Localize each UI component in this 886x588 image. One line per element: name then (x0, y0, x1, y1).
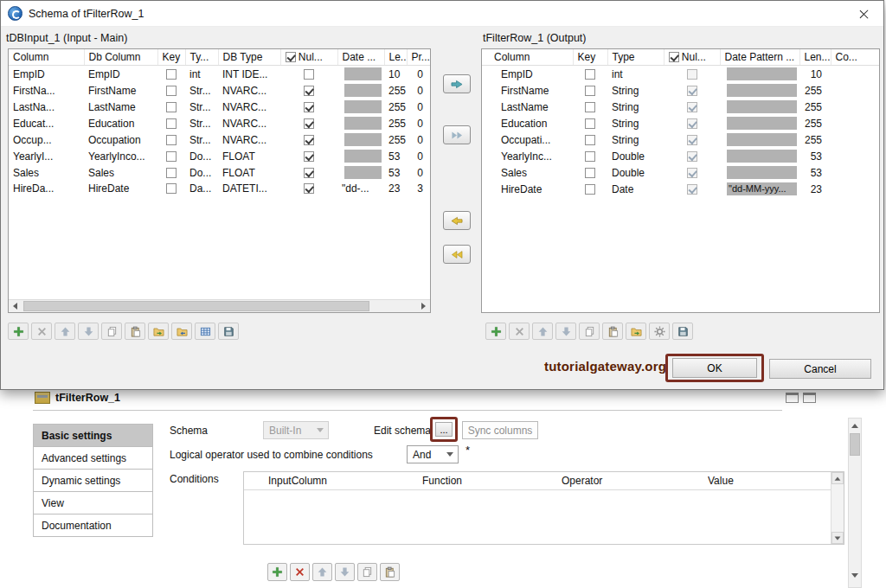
input-schema-row[interactable]: LastNa...LastNameStr...NVARC...2550 (9, 99, 431, 115)
add-button[interactable] (485, 323, 506, 340)
cell-precision[interactable]: 0 (407, 99, 431, 115)
conditions-table[interactable]: InputColumnFunctionOperatorValue (243, 471, 844, 545)
paste-button[interactable] (125, 323, 145, 340)
nullable-checkbox[interactable] (304, 151, 314, 162)
cell-nullable[interactable] (664, 181, 720, 197)
cell-length[interactable]: 255 (384, 99, 407, 115)
cell-nullable[interactable] (280, 115, 337, 131)
cell-comment[interactable] (831, 148, 880, 164)
sync-columns-button[interactable]: Sync columns (462, 421, 538, 439)
nullable-checkbox[interactable] (304, 86, 314, 96)
cell-key[interactable] (157, 131, 185, 148)
cell-type[interactable]: Double (607, 164, 664, 181)
cell-key[interactable] (573, 164, 607, 181)
key-checkbox[interactable] (585, 168, 595, 178)
tab-dynamic-settings[interactable]: Dynamic settings (33, 469, 153, 492)
cell-column[interactable]: LastName (482, 99, 573, 115)
cell-comment[interactable] (831, 99, 880, 115)
move-all-left-button[interactable] (443, 245, 471, 264)
output-schema-row[interactable]: FirstNameString255 (482, 82, 880, 99)
cell-type[interactable]: String (607, 115, 664, 131)
cell-type[interactable]: Str... (185, 131, 218, 148)
cell-precision[interactable]: 0 (407, 164, 431, 181)
key-checkbox[interactable] (166, 69, 177, 80)
header-comment[interactable]: Co... (831, 49, 880, 66)
input-schema-row[interactable]: Occup...OccupationStr...NVARC...2550 (9, 131, 431, 148)
cell-type[interactable]: int (607, 66, 664, 83)
cell-nullable[interactable] (664, 115, 720, 131)
nullable-checkbox[interactable] (304, 168, 314, 178)
scroll-right-icon[interactable] (417, 300, 430, 313)
cell-column[interactable]: HireDa... (9, 181, 84, 196)
cell-type[interactable]: Str... (185, 99, 218, 115)
cell-date-pattern[interactable] (720, 131, 799, 148)
move-right-button[interactable] (443, 74, 471, 93)
copy-button[interactable] (101, 323, 122, 340)
cell-comment[interactable] (831, 82, 880, 99)
cell-length[interactable]: 255 (384, 82, 407, 99)
paste-button[interactable] (602, 323, 623, 340)
tab-view[interactable]: View (33, 491, 153, 514)
cell-type[interactable]: Do... (185, 164, 218, 181)
key-checkbox[interactable] (166, 86, 177, 96)
header-length[interactable]: Le... (384, 49, 407, 66)
cell-db-column[interactable]: HireDate (84, 181, 157, 196)
cell-type[interactable]: Da... (185, 181, 218, 196)
header-date-pattern[interactable]: Date ... (337, 49, 384, 66)
cell-length[interactable]: 10 (799, 66, 831, 83)
close-button[interactable] (844, 1, 883, 27)
header-nullable[interactable]: Nul... (664, 49, 720, 66)
nullable-checkbox[interactable] (687, 118, 697, 129)
key-checkbox[interactable] (166, 168, 177, 178)
cell-column[interactable]: YearlyI... (9, 148, 84, 164)
scroll-down-icon[interactable] (849, 568, 861, 582)
cell-column[interactable]: Education (482, 115, 573, 131)
cell-key[interactable] (157, 115, 185, 131)
cell-comment[interactable] (831, 115, 880, 131)
dialog-titlebar[interactable]: Schema of tFilterRow_1 (1, 1, 883, 27)
cell-nullable[interactable] (664, 99, 720, 115)
cell-date-pattern[interactable] (337, 82, 384, 99)
nullable-checkbox[interactable] (304, 69, 314, 80)
scrollbar-thumb[interactable] (850, 433, 860, 456)
cell-key[interactable] (573, 82, 607, 99)
input-schema-row[interactable]: EmpIDEmpIDintINT IDE...100 (9, 66, 431, 83)
input-schema-row[interactable]: HireDa...HireDateDa...DATETI..."dd-...23… (9, 181, 431, 196)
edit-schema-button[interactable]: ... (435, 422, 453, 437)
nullable-checkbox[interactable] (687, 184, 697, 195)
cell-db-column[interactable]: LastName (84, 99, 157, 115)
cell-precision[interactable]: 0 (407, 115, 431, 131)
header-nullable[interactable]: Nul... (280, 49, 337, 66)
cell-length[interactable]: 53 (384, 148, 407, 164)
folder-import-button[interactable] (148, 323, 169, 340)
schema-type-dropdown[interactable]: Built-In (263, 421, 329, 439)
output-schema-row[interactable]: EmpIDint10 (482, 66, 880, 83)
cell-type[interactable]: Double (607, 148, 664, 164)
cell-date-pattern[interactable] (337, 148, 384, 164)
cell-nullable[interactable] (280, 164, 337, 181)
cell-type[interactable]: Do... (185, 148, 218, 164)
paste-button[interactable] (380, 563, 400, 581)
cell-db-type[interactable]: NVARC... (218, 131, 280, 148)
header-column[interactable]: Column (482, 49, 573, 66)
cell-key[interactable] (573, 66, 607, 83)
cell-db-column[interactable]: Occupation (84, 131, 157, 148)
cell-column[interactable]: FirstName (482, 82, 573, 99)
tab-advanced-settings[interactable]: Advanced settings (33, 446, 153, 470)
cell-column[interactable]: LastNa... (9, 99, 84, 115)
cancel-button[interactable]: Cancel (769, 359, 871, 379)
header-key[interactable]: Key (157, 49, 185, 66)
cell-column[interactable]: Occupati... (482, 131, 573, 148)
key-checkbox[interactable] (166, 118, 177, 129)
cell-type[interactable]: int (185, 66, 218, 83)
header-type[interactable]: Type (607, 49, 664, 66)
cell-date-pattern[interactable] (720, 148, 799, 164)
down-button[interactable] (78, 323, 99, 340)
input-schema-row[interactable]: FirstNa...FirstNameStr...NVARC...2550 (9, 82, 431, 99)
ok-button[interactable]: OK (672, 358, 757, 378)
cell-db-column[interactable]: EmpID (84, 66, 157, 83)
header-db-column[interactable]: Db Column (84, 49, 157, 66)
cell-type[interactable]: Date (607, 181, 664, 197)
key-checkbox[interactable] (166, 102, 177, 112)
cell-length[interactable]: 255 (799, 82, 831, 99)
